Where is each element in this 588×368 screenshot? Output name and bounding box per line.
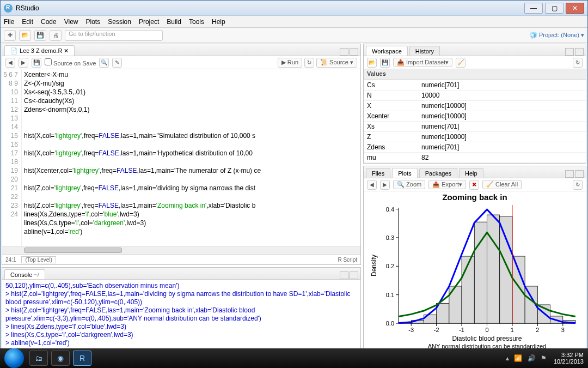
svg-text:0.4: 0.4 <box>386 206 394 213</box>
save-ws-icon[interactable]: 💾 <box>380 58 390 68</box>
save-icon[interactable]: 💾 <box>34 30 46 41</box>
ws-row[interactable]: Znumeric[10000] <box>364 132 586 142</box>
svg-text:0.3: 0.3 <box>386 234 394 241</box>
close-button[interactable]: ✕ <box>566 3 584 14</box>
explorer-task-icon[interactable]: 🗂 <box>29 351 48 366</box>
wand-icon[interactable]: ✎ <box>112 58 122 68</box>
run-button[interactable]: ▶ Run <box>278 58 302 68</box>
ws-row[interactable]: Xsnumeric[701] <box>364 122 586 132</box>
menu-help[interactable]: Help <box>212 18 225 26</box>
menu-build[interactable]: Build <box>167 18 181 26</box>
refresh-ws-icon[interactable]: ↻ <box>573 58 583 68</box>
svg-rect-7 <box>474 222 487 323</box>
source-on-save-checkbox[interactable]: Source on Save <box>45 58 96 67</box>
start-button[interactable] <box>4 348 24 368</box>
plot-next-icon[interactable]: ▶ <box>380 180 390 190</box>
project-dropdown[interactable]: 🧊 Project: (None) ▾ <box>530 32 584 39</box>
menu-session[interactable]: Session <box>108 18 131 26</box>
menu-file[interactable]: File <box>4 18 14 26</box>
pane-min-icon[interactable] <box>340 48 348 56</box>
fwd-icon[interactable]: ▶ <box>19 58 28 68</box>
open-file-icon[interactable]: 📂 <box>19 30 31 41</box>
editor-hscrollbar[interactable] <box>2 246 360 255</box>
ws-section-header: Values <box>364 69 586 80</box>
source-pane: 📄 Lec 3 Z demo.R ✕ ◀ ▶ 💾 Source on Save … <box>2 44 361 265</box>
pane-min-icon[interactable] <box>565 170 574 178</box>
export-button[interactable]: 📤 Export▾ <box>428 180 466 189</box>
maximize-button[interactable]: ▢ <box>545 3 564 14</box>
pane-max-icon[interactable] <box>350 272 358 279</box>
rerun-icon[interactable]: ↻ <box>304 58 314 68</box>
svg-text:3: 3 <box>561 327 565 333</box>
menu-edit[interactable]: Edit <box>22 18 33 26</box>
ws-row[interactable]: Zdensnumeric[701] <box>364 142 586 153</box>
svg-text:2: 2 <box>536 327 539 333</box>
clear-plots-button[interactable]: 🧹 Clear All <box>482 180 522 189</box>
tray-time[interactable]: 3:32 PM <box>554 352 584 358</box>
ws-row[interactable]: N10000 <box>364 91 586 101</box>
plot-canvas: Zooming back in-3-2-101230.00.10.20.30.4… <box>364 191 586 355</box>
svg-text:-2: -2 <box>434 327 439 333</box>
svg-text:Diastolic blood pressure: Diastolic blood pressure <box>452 335 522 342</box>
pane-max-icon[interactable] <box>350 48 358 56</box>
pane-min-icon[interactable] <box>340 272 348 279</box>
load-ws-icon[interactable]: 📂 <box>367 58 377 68</box>
zoom-button[interactable]: 🔍 Zoom <box>393 180 425 189</box>
goto-file-input[interactable]: Go to file/function <box>65 30 163 41</box>
svg-rect-6 <box>462 256 474 323</box>
code-editor[interactable]: 5 6 7 8 9 10 11 12 13 14 15 16 17 18 19 … <box>2 69 360 246</box>
scope-selector[interactable]: (Top Level) <box>21 256 56 263</box>
svg-text:0: 0 <box>485 327 488 333</box>
pane-max-icon[interactable] <box>575 48 584 56</box>
svg-rect-10 <box>512 256 525 323</box>
pane-max-icon[interactable] <box>575 170 584 178</box>
file-type-selector[interactable]: R Script <box>338 257 357 263</box>
tab-help[interactable]: Help <box>459 168 483 178</box>
plots-pane: Files Plots Packages Help ◀ ▶ 🔍 Zoom 📤 E… <box>363 166 586 355</box>
app-icon <box>4 4 13 13</box>
plot-prev-icon[interactable]: ◀ <box>367 180 377 190</box>
find-icon[interactable]: 🔍 <box>99 58 109 68</box>
remove-plot-icon[interactable]: ✖ <box>469 180 479 190</box>
ws-row[interactable]: mu82 <box>364 153 586 163</box>
windows-taskbar[interactable]: 🗂 ◉ R ▴ 📶 🔊 ⚑ 3:32 PM 10/21/2013 <box>0 348 588 368</box>
tab-workspace[interactable]: Workspace <box>366 46 408 56</box>
ws-row[interactable]: Csnumeric[701] <box>364 80 586 91</box>
svg-text:-3: -3 <box>408 327 414 333</box>
tab-packages[interactable]: Packages <box>419 168 457 178</box>
menu-project[interactable]: Project <box>139 18 159 26</box>
pane-min-icon[interactable] <box>565 48 574 56</box>
tab-plots[interactable]: Plots <box>392 168 417 178</box>
source-button[interactable]: 📜 Source ▾ <box>316 58 357 68</box>
new-file-icon[interactable]: ✚ <box>4 30 16 41</box>
import-dataset-button[interactable]: 📥 Import Dataset▾ <box>393 58 452 67</box>
svg-text:1: 1 <box>511 327 514 333</box>
tab-files[interactable]: Files <box>366 168 390 178</box>
rstudio-window: RStudio — ▢ ✕ File Edit Code View Plots … <box>0 0 588 349</box>
ws-row[interactable]: Xcenternumeric[10000] <box>364 111 586 122</box>
main-toolbar: ✚ 📂 💾 🖨 Go to file/function 🧊 Project: (… <box>1 28 587 43</box>
save-source-icon[interactable]: 💾 <box>32 58 41 68</box>
console-tab[interactable]: Console ~/ <box>4 269 45 279</box>
back-icon[interactable]: ◀ <box>5 58 15 68</box>
workspace-pane: Workspace History 📂 💾 📥 Import Dataset▾ … <box>363 44 586 164</box>
chrome-task-icon[interactable]: ◉ <box>51 351 70 366</box>
menu-plots[interactable]: Plots <box>86 18 101 26</box>
tray-date[interactable]: 10/21/2013 <box>554 358 584 365</box>
clear-ws-icon[interactable]: 🧹 <box>456 58 465 68</box>
svg-rect-8 <box>487 215 500 323</box>
menu-tools[interactable]: Tools <box>189 18 204 26</box>
menu-view[interactable]: View <box>64 18 78 26</box>
source-tab[interactable]: 📄 Lec 3 Z demo.R ✕ <box>4 45 75 56</box>
rstudio-task-icon[interactable]: R <box>73 351 91 366</box>
ws-row[interactable]: Xnumeric[10000] <box>364 101 586 111</box>
tab-history[interactable]: History <box>409 46 440 56</box>
svg-rect-4 <box>437 303 449 323</box>
refresh-plot-icon[interactable]: ↻ <box>573 180 583 190</box>
minimize-button[interactable]: — <box>524 3 543 14</box>
print-icon[interactable]: 🖨 <box>50 30 62 41</box>
tray-icons[interactable]: ▴ 📶 🔊 ⚑ <box>506 355 548 361</box>
menu-code[interactable]: Code <box>41 18 57 26</box>
cursor-position: 24:1 <box>5 257 16 263</box>
titlebar[interactable]: RStudio — ▢ ✕ <box>1 1 587 16</box>
